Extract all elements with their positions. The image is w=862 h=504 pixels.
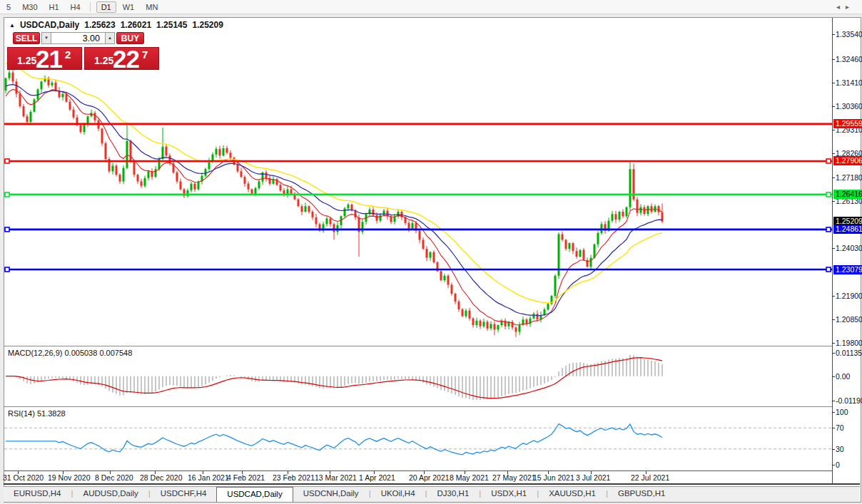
price-axis-tick [832, 178, 835, 178]
tab-scroll-arrows[interactable]: ◂▸ [836, 3, 855, 11]
sell-button[interactable]: SELL [13, 32, 40, 44]
date-axis-label: 20 Apr 2021 [409, 473, 450, 482]
chart-tab-EURUSD-H4[interactable]: EURUSD,H4 [4, 487, 71, 502]
macd-axis-label: 0.01135 [836, 349, 862, 357]
rsi-indicator-label: RSI(14) 51.3828 [8, 409, 66, 418]
ohlc-high: 1.26021 [121, 20, 151, 30]
ohlc-open: 1.25623 [84, 20, 115, 30]
volume-increase-button[interactable]: ▲ [105, 32, 115, 44]
price-axis-label: 1.20850 [836, 315, 862, 324]
price-axis-tick [832, 34, 835, 35]
scroll-right-icon[interactable]: ▸ [846, 3, 855, 11]
date-axis-label: 16 Jan 2021 [188, 473, 229, 482]
date-axis-label: 3 Jul 2021 [576, 473, 610, 482]
price-axis-tick [832, 248, 835, 249]
price-axis-tick [832, 201, 835, 202]
price-axis-label: 1.27180 [836, 173, 862, 182]
date-axis-label: 27 May 2021 [492, 473, 536, 482]
date-axis-label: 22 Jul 2021 [631, 473, 669, 482]
chart-ohlc-readout: ▲ USDCAD,Daily 1.25623 1.26021 1.25145 1… [9, 20, 223, 30]
panel-separator[interactable] [4, 346, 832, 347]
toolbar-separator [90, 2, 91, 12]
chart-tab-DJ30-H1[interactable]: DJ30,H1 [427, 487, 480, 502]
date-axis-label: 1 Apr 2021 [359, 473, 395, 482]
date-axis-label: 15 Jun 2021 [533, 473, 574, 482]
buy-price-display[interactable]: 1.25 22 7 [84, 47, 159, 70]
price-axis-label: 1.30360 [836, 102, 862, 110]
sell-price-display[interactable]: 1.25 21 2 [7, 47, 82, 70]
price-axis-tick [832, 83, 835, 83]
axis-border [832, 18, 833, 483]
sell-price-base: 1.25 [17, 55, 36, 66]
ohlc-low: 1.25145 [156, 20, 187, 30]
price-axis-tick [832, 343, 835, 344]
rsi-axis-label: 30 [836, 445, 844, 453]
date-axis-label: 23 Feb 2021 [273, 473, 315, 482]
level-price-tag: 1.27906 [833, 156, 862, 165]
volume-input[interactable] [51, 32, 106, 44]
price-axis-tick [832, 449, 835, 450]
price-axis-label: 1.32460 [836, 55, 862, 63]
chart-tab-USDCNH-Daily[interactable]: USDCNH,Daily [293, 487, 369, 502]
collapse-arrow-icon[interactable]: ▲ [9, 22, 15, 29]
macd-axis-label: 0.00 [836, 372, 850, 381]
chart-tab-bar: EURUSD,H4|AUDUSD,Daily|USDCHF,H4USDCAD,D… [4, 486, 860, 502]
price-axis-label: 1.24030 [836, 244, 862, 252]
date-axis-label: 19 Nov 2020 [48, 473, 91, 482]
rsi-axis-label: 100 [836, 408, 848, 416]
volume-decrease-button[interactable]: ▼ [41, 32, 51, 44]
price-axis-tick [832, 153, 835, 154]
panel-separator[interactable] [4, 406, 832, 408]
chart-window[interactable] [4, 17, 861, 503]
price-axis-tick [832, 59, 835, 60]
chart-tab-XAUUSD-H1[interactable]: XAUUSD,H1 [539, 487, 606, 502]
timeframe-button-M30[interactable]: M30 [17, 1, 42, 13]
sell-price-pips: 21 [36, 45, 62, 73]
tabbar-separator [4, 483, 860, 485]
buy-button[interactable]: BUY [116, 32, 144, 44]
date-axis-label: 4 Feb 2021 [227, 473, 265, 482]
chart-tab-USDCHF-H4[interactable]: USDCHF,H4 [151, 487, 217, 502]
timeframe-button-H1[interactable]: H1 [44, 1, 64, 13]
price-axis-tick [832, 465, 835, 466]
scroll-left-icon[interactable]: ◂ [836, 3, 846, 11]
price-axis-label: 1.21900 [836, 292, 862, 300]
price-axis-tick [832, 319, 835, 320]
price-axis-tick [832, 296, 835, 297]
panel-separator [4, 470, 832, 471]
level-price-tag: 1.23079 [833, 265, 862, 274]
buy-price-point: 7 [142, 48, 148, 61]
date-axis-label: 8 May 2021 [450, 473, 489, 482]
price-axis-tick [832, 130, 835, 130]
chart-tab-USDX-H1[interactable]: USDX,H1 [481, 487, 537, 502]
timeframe-button-H4[interactable]: H4 [66, 1, 86, 13]
timeframe-button-5[interactable]: 5 [1, 1, 16, 13]
symbol-timeframe-label: USDCAD,Daily [20, 20, 79, 30]
price-axis-tick [832, 376, 835, 377]
date-axis-label: 28 Dec 2020 [140, 473, 183, 482]
buy-price-pips: 22 [113, 45, 139, 73]
price-axis-tick [832, 428, 835, 428]
ohlc-close: 1.25209 [192, 20, 223, 30]
timeframe-button-W1[interactable]: W1 [118, 1, 140, 13]
trading-platform-window: 5M30H1H4D1W1MN ▲ USDCAD,Daily 1.25623 1.… [0, 0, 862, 504]
timeframe-button-MN[interactable]: MN [141, 1, 163, 13]
macd-indicator-label: MACD(12,26,9) 0.005038 0.007548 [8, 349, 132, 357]
sell-price-point: 2 [65, 48, 71, 61]
date-axis-label: 31 Oct 2020 [3, 473, 44, 482]
timeframe-button-D1[interactable]: D1 [96, 1, 116, 13]
timeframe-toolbar: 5M30H1H4D1W1MN [0, 0, 862, 14]
chart-tab-AUDUSD-Daily[interactable]: AUDUSD,Daily [73, 487, 148, 502]
rsi-axis-label: 0 [836, 461, 840, 469]
price-axis-label: 1.31410 [836, 78, 862, 87]
rsi-axis-label: 70 [836, 423, 844, 432]
chart-tab-USDCAD-Daily[interactable]: USDCAD,Daily [216, 487, 293, 502]
macd-axis-label: -0.01190 [836, 396, 862, 405]
chart-tab-GBPUSD-H1[interactable]: GBPUSD,H1 [608, 487, 675, 502]
price-axis-tick [832, 353, 835, 354]
price-axis-label: 1.19800 [836, 339, 862, 347]
date-axis-label: 13 Mar 2021 [315, 473, 357, 482]
level-price-tag: 1.24861 [833, 225, 862, 234]
buy-price-base: 1.25 [94, 55, 113, 66]
chart-tab-UKOil-H4[interactable]: UKOil,H4 [371, 487, 425, 502]
